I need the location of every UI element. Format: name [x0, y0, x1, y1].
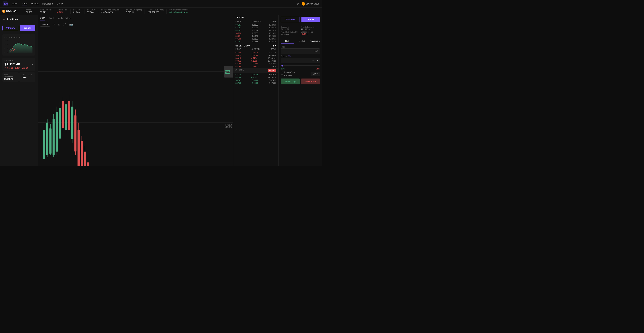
trade-row: 58,787 0.1027 19:23:38 — [233, 26, 278, 29]
svg-rect-2 — [38, 28, 233, 166]
bid-rows: 58767 0.0172 1,010.79 58765 0.2007 11,79… — [233, 73, 278, 84]
free-collateral-info: Free Collateral ⓘ $1,180.76 — [301, 26, 320, 30]
ask-row: 58822 0.0255 1,499.96 — [233, 54, 278, 57]
deposit-button[interactable]: Deposit — [20, 25, 36, 31]
gtc-dropdown[interactable]: GTC ▾ — [311, 72, 320, 76]
price-input[interactable] — [283, 50, 314, 52]
withdraw-button[interactable]: Withdraw — [2, 25, 18, 31]
ask-rows: 58823 0.0376 2,211.74 58822 0.0255 1,499… — [233, 51, 278, 68]
balance-expand[interactable]: ▲ — [31, 63, 33, 65]
order-actions: Buy / Long Sell / Short — [281, 78, 320, 85]
chart-tabs: Chart Depth Market Details — [38, 15, 233, 21]
slider-thumb[interactable] — [282, 65, 283, 66]
tab-stop-limit[interactable]: Stop Limit ▾ — [310, 39, 320, 43]
nav-markets[interactable]: Markets — [31, 1, 39, 6]
top-nav: IDEX Wallet Trade Markets Rewards ▾ More… — [0, 0, 322, 8]
ticker-index-price: INDEX PRICE 58,771 — [37, 9, 54, 13]
sell-chevron: ▾ — [319, 68, 320, 70]
quantity-dropdown-icon[interactable]: ▾ — [317, 59, 318, 62]
trades-list: 58,767 0.0063 19:23:39 58,787 0.1027 19:… — [233, 23, 278, 43]
ticker-symbol[interactable]: ₿ BTC-USD ▾ — [2, 10, 23, 13]
quantity-suffix: BTC ▾ — [312, 59, 318, 62]
order-options-row: Reduce-Only Post-Only GTC ▾ — [281, 71, 320, 76]
quantity-multiplier[interactable]: 50x — [288, 55, 291, 57]
btc-icon: ₿ — [2, 10, 5, 13]
chart-y-labels: $1.2K $1.2K $1.1K $1.1K — [4, 39, 9, 53]
pair-dropdown-icon[interactable]: ▾ — [18, 10, 18, 12]
order-deposit-button[interactable]: Deposit — [302, 17, 320, 22]
quantity-input-wrapper: BTC ▾ — [281, 58, 320, 63]
quantity-input[interactable] — [283, 59, 312, 62]
ticker-bar: ₿ BTC-USD ▾ PRICE 58,767 INDEX PRICE 58,… — [0, 8, 322, 15]
order-withdraw-button[interactable]: Withdraw — [281, 17, 300, 22]
chart-container: Chart Depth Market Details Save ▾ ↺ ⚙ ⛶ … — [38, 15, 233, 166]
ticker-funding: FUNDING/COUNTDOWN 0.0100% / 06:36:10 — [166, 9, 192, 13]
reduce-only-checkbox[interactable] — [281, 71, 283, 73]
quantity-row: Quantity 50x BTC ▾ — [281, 55, 320, 63]
checkboxes: Reduce-Only Post-Only — [281, 71, 310, 76]
price-chart-svg: 60000 59600 59200 58400 58000 30 20 5876… — [38, 28, 233, 166]
camera-icon[interactable]: 📷 — [68, 22, 74, 27]
leverage-slider-track — [281, 65, 320, 66]
ticker-volume-usd: 24H VOLUME (USD) 222,531,000 — [144, 9, 166, 13]
order-panel-buttons: Withdraw Deposit — [279, 15, 322, 24]
balance-section: BALANCE $1,192.48 ▲ ▼ -$15.21 (-1.26%) L… — [2, 58, 35, 71]
tab-market-details[interactable]: Market Details — [58, 15, 71, 21]
balance-value-row: $1,192.48 ▲ — [4, 62, 33, 66]
buy-chevron: ▾ — [284, 68, 285, 70]
settings-icon[interactable]: ⚙ — [57, 22, 61, 27]
balance-info-icon[interactable]: ⓘ — [288, 26, 289, 28]
buy-side-label[interactable]: Buy ▾ — [281, 68, 285, 70]
ticker-price: PRICE 58,767 — [23, 9, 37, 13]
order-form: Price USD Quantity 50x BTC ▾ — [279, 44, 322, 86]
post-only-checkbox[interactable] — [281, 74, 283, 76]
tab-market[interactable]: Market — [295, 39, 308, 43]
nav-rewards[interactable]: Rewards ▾ — [42, 1, 53, 6]
order-type-tabs: Limit Market Stop Limit ▾ — [279, 37, 322, 44]
portfolio-label: PORTFOLIO VALUE — [4, 36, 33, 38]
ask-row: 58799 0.1237 7,273.44 — [233, 62, 278, 65]
ticker-high: 24H HIGH 62,206 — [70, 9, 84, 13]
quantity-selector[interactable]: 1 ▾ — [273, 44, 276, 47]
expand-icon[interactable]: ⛶ — [63, 22, 67, 27]
tab-depth[interactable]: Depth — [48, 15, 54, 21]
svg-text:59600: 59600 — [225, 122, 232, 130]
wallet-address[interactable]: 0x6bb7...de8c — [302, 2, 319, 5]
free-collateral-info-icon[interactable]: ⓘ — [313, 26, 314, 28]
ticker-pair: BTC-USD — [6, 10, 16, 12]
tab-limit[interactable]: Limit — [281, 39, 294, 43]
nav-more[interactable]: More ▾ — [56, 1, 64, 6]
ask-row: 58796 0.0022 129.35 — [233, 65, 278, 68]
ask-row: 58823 0.0376 2,211.74 — [233, 51, 278, 54]
nav-trade[interactable]: Trade — [22, 1, 27, 6]
back-button[interactable]: ← — [2, 18, 5, 21]
trade-row: 58,786 0.2208 19:23:33 — [233, 32, 278, 35]
sell-short-button[interactable]: Sell / Short — [301, 78, 320, 84]
sell-side-label[interactable]: Sell ▾ — [316, 68, 320, 70]
post-only-row: Post-Only — [281, 74, 310, 76]
trade-row: 58,774 0.1027 19:23:33 — [233, 35, 278, 37]
trades-col-headers: PRICE QUANTITY TIME — [233, 20, 278, 23]
bottom-stats: FREE COLLATERAL $1,181.74 MARGIN RATIO 0… — [2, 72, 35, 82]
portfolio-svg — [4, 39, 33, 53]
buy-long-button[interactable]: Buy / Long — [281, 78, 300, 84]
chart-toolbar: Save ▾ ↺ ⚙ ⛶ 📷 — [38, 21, 233, 28]
slider-fill — [281, 65, 282, 66]
nav-right: ⚙ 0x6bb7...de8c — [296, 2, 319, 5]
tab-chart[interactable]: Chart — [40, 15, 45, 21]
svg-text:IDEX: IDEX — [4, 3, 8, 5]
refresh-icon[interactable]: ↺ — [52, 22, 56, 27]
settings-icon[interactable]: ⚙ — [296, 2, 299, 5]
order-info-grid: Balance ⓘ $1,192.00 Free Collateral ⓘ $1… — [279, 24, 322, 37]
balance-label: BALANCE — [4, 60, 33, 61]
save-button[interactable]: Save ▾ — [40, 23, 50, 27]
spread-row: 29 / 0.05% 58767 — [233, 68, 278, 73]
ticker-open-interest: OPEN INTEREST (USD) 414,784,478 — [98, 9, 123, 13]
ticker-low: 24H LOW 57,880 — [84, 9, 98, 13]
trade-row: 58,768 0.0132 19:23:33 — [233, 37, 278, 40]
panel-title: Positions — [7, 18, 18, 21]
portfolio-section: PORTFOLIO VALUE $1.2K $1.2K $1.1K $1.1K — [2, 34, 35, 55]
available-collateral-info-icon[interactable]: ⓘ — [296, 31, 298, 33]
ticker-change: 24H CHANGE -4.78% — [54, 9, 70, 13]
nav-wallet[interactable]: Wallet — [12, 1, 18, 6]
